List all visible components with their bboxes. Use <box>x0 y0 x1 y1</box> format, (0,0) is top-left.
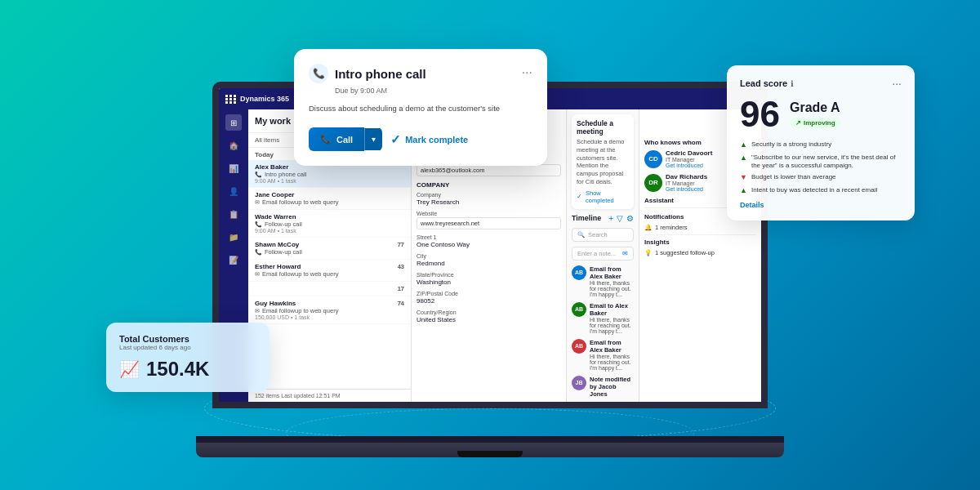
phone-call-card: 📞 Intro phone call ··· Due by 9:00 AM Di… <box>294 49 547 166</box>
mark-complete-button[interactable]: ✓ Mark complete <box>390 132 468 147</box>
add-icon[interactable]: + <box>608 214 613 223</box>
contact-field-group: Website www.treyresearch.net <box>416 211 561 229</box>
top-bar-logo: Dynamics 365 <box>225 95 289 104</box>
timeline-item: AB Email from Alex Baker Hi there, thank… <box>572 339 634 371</box>
note-input[interactable]: Enter a note... ✉ <box>572 247 634 261</box>
lead-score-card: Lead score ℹ ··· 96 Grade A ↗ Improving … <box>727 65 915 220</box>
sidebar-icon-5[interactable]: 📁 <box>225 229 242 245</box>
check-circle-icon: ✓ <box>390 132 401 147</box>
list-item[interactable]: Jane Cooper ✉ Email followup to web quer… <box>248 188 411 210</box>
sidebar-icon-3[interactable]: 👤 <box>225 183 242 199</box>
notification-item: 🔔 1 reminders <box>644 224 756 231</box>
filter-icon[interactable]: ▽ <box>617 214 623 223</box>
info-icon: ℹ <box>791 79 794 88</box>
brand-text: Dynamics 365 <box>240 95 289 103</box>
timeline-item: AB Email from Alex Baker Hi there, thank… <box>572 265 634 297</box>
sidebar-icon-home[interactable]: ⊞ <box>225 114 242 131</box>
phone-card-title: Intro phone call <box>335 67 426 81</box>
contact-field-group: State/Province Washington <box>416 272 561 286</box>
lead-score-title: Lead score <box>740 78 787 88</box>
contact-field-group: Company Trey Research <box>416 192 561 206</box>
timeline-panel: Schedule a meeting Schedule a demo meeti… <box>567 109 639 402</box>
phone-card-menu[interactable]: ··· <box>522 65 532 80</box>
list-item[interactable]: Esther Howard 43 ✉ Email followup to web… <box>248 260 411 282</box>
lead-score-menu[interactable]: ··· <box>892 77 902 90</box>
list-item[interactable]: Guy Hawkins 74 ✉ Email followup to web q… <box>248 296 411 324</box>
contact-field-group: ZIP/Postal Code 98052 <box>416 291 561 305</box>
show-completed[interactable]: Show completed <box>586 189 629 204</box>
card-tc-title: Total Customers <box>119 334 256 344</box>
phone-card-due: Due by 9:00 AM <box>335 87 532 95</box>
call-icon: 📞 <box>320 134 332 145</box>
contact-field-group: Street 1 One Contoso Way <box>416 234 561 248</box>
avatar: AB <box>572 302 586 317</box>
send-icon[interactable]: ✉ <box>622 250 628 257</box>
lead-score-number: 96 <box>740 96 780 132</box>
sidebar-icon-4[interactable]: 📋 <box>225 206 242 222</box>
list-item[interactable]: Shawn McCoy 77 📞 Follow-up call <box>248 238 411 260</box>
timeline-search[interactable]: 🔍 Search <box>572 228 634 242</box>
avatar: CD <box>644 150 662 168</box>
contact-field-group: Country/Region United States <box>416 310 561 323</box>
timeline-header: Timeline + ▽ ⚙ <box>572 214 634 223</box>
avatar: DR <box>644 174 662 192</box>
lead-trend-badge: ↗ Improving <box>790 118 841 128</box>
checkmark-icon: ✓ <box>577 193 582 200</box>
phone-icon-circle: 📞 <box>309 64 328 83</box>
sidebar-icon-6[interactable]: 📝 <box>225 252 242 268</box>
laptop-base-line <box>196 436 784 443</box>
lead-grade: Grade A <box>790 100 841 115</box>
insight-item: 💡 1 suggested follow-up <box>644 249 756 256</box>
schedule-meeting-title: Schedule a meeting <box>577 119 629 136</box>
list-item[interactable]: 17 <box>248 282 411 296</box>
laptop-notch <box>457 451 523 457</box>
sidebar-icon-2[interactable]: 📊 <box>225 160 242 176</box>
laptop-base <box>196 443 784 457</box>
contact-field-group: City Redmond <box>416 253 561 267</box>
avatar: JB <box>572 376 586 390</box>
card-tc-value: 150.4K <box>146 358 209 381</box>
avatar: AB <box>572 265 586 280</box>
total-customers-card: Total Customers Last updated 6 days ago … <box>106 323 270 392</box>
settings-icon[interactable]: ⚙ <box>626 214 634 223</box>
lead-insights: ▲ Security is a strong industry ▲ "Subsc… <box>740 140 902 209</box>
call-dropdown-button[interactable]: ▾ <box>364 128 382 150</box>
waffle-icon <box>225 95 237 104</box>
trend-icon: 📈 <box>119 359 140 379</box>
sidebar-icon-1[interactable]: 🏠 <box>225 137 242 154</box>
list-item[interactable]: Wade Warren 📞 Follow-up call 9:00 AM • 1… <box>248 210 411 238</box>
avatar: AB <box>572 339 586 354</box>
phone-card-desc: Discuss about scheduling a demo at the c… <box>309 103 532 114</box>
card-tc-sub: Last updated 6 days ago <box>119 344 256 351</box>
schedule-meeting-sub: Schedule a demo meeting at the customers… <box>577 138 629 186</box>
search-icon: 🔍 <box>577 231 585 238</box>
call-button[interactable]: 📞 Call <box>309 127 364 151</box>
lead-details-link[interactable]: Details <box>740 201 902 209</box>
timeline-item: JB Note modified by Jacob Jones <box>572 376 634 398</box>
timeline-item: AB Email to Alex Baker Hi there, thanks … <box>572 302 634 334</box>
panel-footer: 152 items Last updated 12:51 PM <box>255 393 404 399</box>
